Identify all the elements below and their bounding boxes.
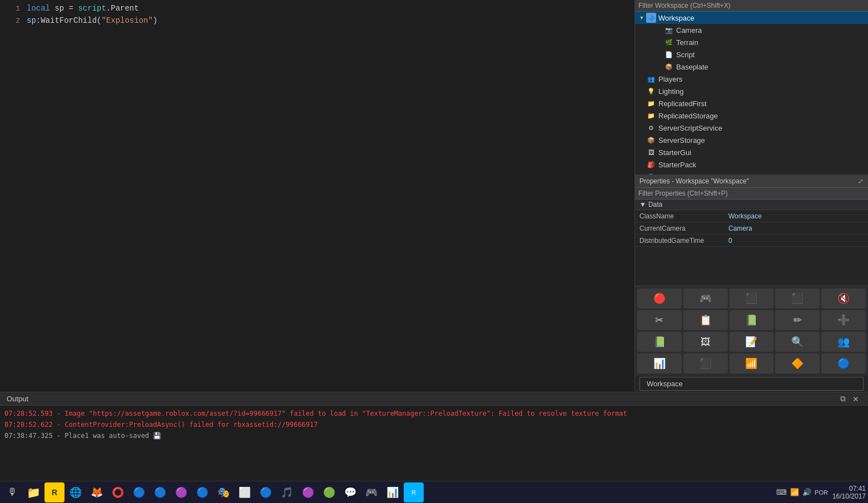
- taskbar-right: ⌨ 📶 🔊 POR 07:41 16/10/2017: [776, 485, 866, 500]
- taskbar-ps-icon[interactable]: 🟣: [171, 482, 191, 502]
- properties-header: Properties - Workspace "Workspace" ⤢: [635, 175, 868, 188]
- starter-gui-label: StarterGui: [658, 148, 691, 157]
- toolbox-btn-7[interactable]: 📋: [683, 310, 728, 330]
- tree-item-server-script-service[interactable]: ⚙ ServerScriptService: [635, 122, 868, 134]
- expand-workspace-icon: ▼: [637, 13, 646, 22]
- lighting-icon: 💡: [646, 86, 656, 96]
- right-panel: Filter Workspace (Ctrl+Shift+X) ▼ 🔷 Work…: [634, 0, 868, 392]
- toolbox-btn-19[interactable]: 🔶: [775, 353, 820, 373]
- tree-item-baseplate[interactable]: 📦 Baseplate: [635, 61, 868, 73]
- prop-row-distributed-game-time[interactable]: DistributedGameTime 0: [635, 235, 868, 247]
- taskbar-blender-icon[interactable]: 🔵: [192, 482, 212, 502]
- tree-item-starter-gui[interactable]: 🖼 StarterGui: [635, 146, 868, 158]
- taskbar-app3-icon[interactable]: 🟢: [319, 482, 339, 502]
- prop-row-current-camera[interactable]: CurrentCamera Camera: [635, 222, 868, 235]
- code-line-1: 1 local sp = script.Parent: [0, 2, 634, 14]
- properties-expand-icon[interactable]: ⤢: [858, 177, 864, 185]
- toolbox-btn-10[interactable]: ➕: [821, 310, 866, 330]
- expand-lighting-icon: [637, 87, 646, 96]
- taskbar-atom-icon[interactable]: 🔵: [256, 482, 276, 502]
- code-line-2: 2 sp:WaitForChild("Explosion"): [0, 14, 634, 27]
- prop-camera-value: Camera: [724, 225, 868, 232]
- starter-pack-icon: 🎒: [646, 160, 656, 170]
- prop-gametime-key: DistributedGameTime: [635, 237, 724, 245]
- toolbox-btn-4[interactable]: ⬛: [775, 288, 820, 308]
- expand-server-script-icon: [637, 123, 646, 132]
- taskbar-music-icon[interactable]: 🎵: [277, 482, 297, 502]
- prop-group-data: ▼ Data: [635, 200, 868, 210]
- toolbox-btn-5[interactable]: 🔇: [821, 288, 866, 308]
- taskbar-folder-icon[interactable]: 📁: [23, 482, 43, 502]
- taskbar-opera-icon[interactable]: ⭕: [108, 482, 128, 502]
- explorer-tree[interactable]: ▼ 🔷 Workspace 📷 Camera 🌿 Terrain 📄: [635, 12, 868, 175]
- toolbox-btn-20[interactable]: 🔵: [821, 353, 866, 373]
- taskbar-firefox-icon[interactable]: 🦊: [87, 482, 107, 502]
- tree-item-starter-pack[interactable]: 🎒 StarterPack: [635, 158, 868, 171]
- toolbox-btn-18[interactable]: 📶: [730, 353, 774, 373]
- line-number-1: 1: [4, 4, 20, 13]
- replicated-first-label: ReplicatedFirst: [658, 99, 707, 108]
- taskbar-edge-icon[interactable]: 🔵: [129, 482, 149, 502]
- toolbox-btn-17[interactable]: ⬛: [683, 353, 728, 373]
- line-number-2: 2: [4, 17, 20, 25]
- toolbox-btn-15[interactable]: 👥: [821, 332, 866, 352]
- toolbox-btn-13[interactable]: 📝: [730, 332, 774, 352]
- toolbox-btn-9[interactable]: ✏: [775, 310, 820, 330]
- tree-item-script[interactable]: 📄 Script: [635, 48, 868, 61]
- tree-item-lighting[interactable]: 💡 Lighting: [635, 85, 868, 97]
- tree-item-camera[interactable]: 📷 Camera: [635, 24, 868, 36]
- starter-gui-icon: 🖼: [646, 147, 656, 157]
- toolbox-btn-6[interactable]: ✂: [637, 310, 682, 330]
- expand-starter-gui-icon: [637, 148, 646, 157]
- prop-row-classname[interactable]: ClassName Workspace: [635, 210, 868, 222]
- taskbar-media-icon[interactable]: 🎭: [214, 482, 234, 502]
- output-close-btn[interactable]: ✕: [850, 394, 861, 404]
- editor-content[interactable]: 1 local sp = script.Parent 2 sp:WaitForC…: [0, 0, 634, 392]
- workspace-icon: 🔷: [646, 13, 656, 23]
- prop-gametime-value: 0: [724, 237, 868, 245]
- toolbox-btn-8[interactable]: 📗: [730, 310, 774, 330]
- tree-item-replicated-first[interactable]: 📁 ReplicatedFirst: [635, 97, 868, 109]
- replicated-storage-label: ReplicatedStorage: [658, 112, 718, 120]
- toolbox-btn-16[interactable]: 📊: [637, 353, 682, 373]
- players-label: Players: [658, 75, 682, 83]
- editor-panel: 1 local sp = script.Parent 2 sp:WaitForC…: [0, 0, 634, 392]
- camera-label: Camera: [676, 26, 702, 34]
- tree-item-players[interactable]: 👥 Players: [635, 73, 868, 85]
- taskbar-time-display: 07:41: [832, 485, 866, 492]
- taskbar-roblox2-icon[interactable]: R: [404, 482, 424, 502]
- taskbar-app4-icon[interactable]: 📊: [383, 482, 403, 502]
- output-panel: Output ⧉ ✕ 07:28:52.593 - Image "https:/…: [0, 392, 868, 481]
- toolbox-btn-3[interactable]: ⬛: [730, 288, 774, 308]
- tree-item-server-storage[interactable]: 📦 ServerStorage: [635, 134, 868, 146]
- code-text-2: sp:WaitForChild("Explosion"): [27, 16, 157, 25]
- taskbar-mic-icon[interactable]: 🎙: [2, 482, 22, 502]
- taskbar-telegram-icon[interactable]: 🎮: [361, 482, 381, 502]
- toolbox-btn-12[interactable]: 🖼: [683, 332, 728, 352]
- properties-filter: Filter Properties (Ctrl+Shift+P): [635, 188, 868, 200]
- toolbox-btn-14[interactable]: 🔍: [775, 332, 820, 352]
- taskbar-chrome-icon[interactable]: 🌐: [66, 482, 86, 502]
- output-title: Output: [7, 395, 28, 403]
- terrain-icon: 🌿: [664, 37, 674, 47]
- tree-item-starter-player[interactable]: 👤 StarterPlayer: [635, 171, 868, 175]
- taskbar-roblox-icon[interactable]: R: [44, 482, 65, 502]
- properties-title: Properties - Workspace "Workspace": [639, 177, 749, 185]
- expand-baseplate-icon: [655, 62, 664, 71]
- taskbar-app1-icon[interactable]: ⬜: [235, 482, 255, 502]
- baseplate-icon: 📦: [664, 62, 674, 72]
- tray-icon-3: 🔊: [802, 488, 811, 496]
- output-line-3: 07:38:47.325 - Place1 was auto-saved 💾: [4, 430, 864, 441]
- expand-server-storage-icon: [637, 136, 646, 145]
- output-popup-btn[interactable]: ⧉: [838, 394, 848, 404]
- taskbar-whatsapp-icon[interactable]: 💬: [340, 482, 360, 502]
- tray-icon-2: 📶: [790, 488, 799, 496]
- taskbar-app2-icon[interactable]: 🟣: [298, 482, 318, 502]
- tree-item-terrain[interactable]: 🌿 Terrain: [635, 36, 868, 48]
- toolbox-btn-11[interactable]: 📗: [637, 332, 682, 352]
- toolbox-btn-2[interactable]: 🎮: [683, 288, 728, 308]
- toolbox-btn-1[interactable]: 🔴: [637, 288, 682, 308]
- tree-item-workspace[interactable]: ▼ 🔷 Workspace: [635, 12, 868, 24]
- tree-item-replicated-storage[interactable]: 📁 ReplicatedStorage: [635, 109, 868, 122]
- taskbar-ie-icon[interactable]: 🔵: [150, 482, 170, 502]
